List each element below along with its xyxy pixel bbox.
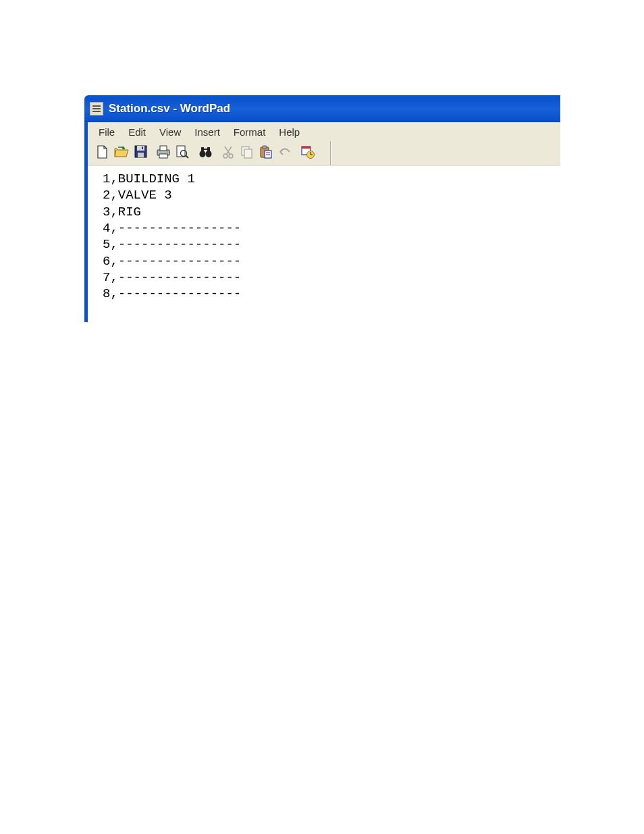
wordpad-app-icon <box>90 102 103 115</box>
svg-rect-28 <box>302 147 311 149</box>
undo-button[interactable] <box>277 145 293 161</box>
paste-button[interactable] <box>258 145 274 161</box>
titlebar-text: Station.csv - WordPad <box>109 102 230 115</box>
new-button[interactable] <box>95 145 111 161</box>
svg-rect-2 <box>138 153 144 157</box>
menu-help[interactable]: Help <box>272 124 306 140</box>
print-preview-button[interactable] <box>174 145 190 161</box>
wordpad-window: Station.csv - WordPad File Edit View Ins… <box>84 95 560 322</box>
datetime-icon <box>301 145 315 161</box>
svg-rect-6 <box>159 154 167 158</box>
new-file-icon <box>97 145 109 161</box>
copy-button[interactable] <box>239 145 255 161</box>
copy-icon <box>240 145 254 161</box>
svg-rect-21 <box>244 149 252 158</box>
menu-file[interactable]: File <box>92 124 122 140</box>
save-disk-icon <box>134 145 147 161</box>
open-button[interactable] <box>113 145 130 161</box>
save-button[interactable] <box>132 145 149 161</box>
svg-point-12 <box>205 151 211 157</box>
open-folder-icon <box>114 146 129 161</box>
svg-point-11 <box>199 151 205 157</box>
find-binoculars-icon <box>198 146 213 161</box>
menu-edit[interactable]: Edit <box>122 124 153 140</box>
cut-scissors-icon <box>222 145 234 161</box>
menu-format[interactable]: Format <box>227 124 273 140</box>
datetime-button[interactable] <box>300 145 316 161</box>
print-icon <box>156 145 171 161</box>
menu-view[interactable]: View <box>153 124 188 140</box>
undo-arrow-icon <box>278 147 292 159</box>
svg-line-10 <box>186 155 188 158</box>
print-preview-icon <box>176 145 189 161</box>
svg-rect-23 <box>263 146 267 149</box>
find-button[interactable] <box>197 145 213 161</box>
toolbar <box>88 141 560 165</box>
toolbar-grip <box>328 141 331 165</box>
menubar: File Edit View Insert Format Help <box>88 122 560 141</box>
titlebar[interactable]: Station.csv - WordPad <box>84 95 560 122</box>
svg-rect-15 <box>204 149 207 150</box>
document-content[interactable]: 1,BUILDING 1 2,VALVE 3 3,RIG 4,---------… <box>88 165 560 322</box>
svg-rect-13 <box>201 147 204 151</box>
cut-button[interactable] <box>220 145 236 161</box>
svg-point-17 <box>229 154 233 158</box>
svg-rect-14 <box>207 147 210 151</box>
svg-rect-3 <box>142 147 143 149</box>
svg-point-16 <box>223 154 227 158</box>
menu-insert[interactable]: Insert <box>188 124 227 140</box>
paste-clipboard-icon <box>259 145 273 161</box>
svg-point-7 <box>167 151 168 153</box>
svg-rect-5 <box>160 146 167 151</box>
svg-rect-1 <box>137 146 144 151</box>
print-button[interactable] <box>155 145 171 161</box>
window-body: File Edit View Insert Format Help <box>84 122 560 322</box>
